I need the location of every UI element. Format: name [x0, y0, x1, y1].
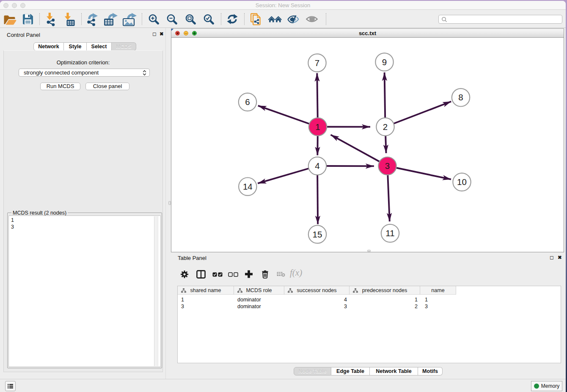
- svg-text:7: 7: [315, 58, 319, 68]
- svg-text:4: 4: [315, 161, 319, 171]
- svg-text:15: 15: [313, 229, 322, 239]
- svg-text:11: 11: [385, 228, 394, 238]
- svg-text:9: 9: [382, 57, 387, 67]
- svg-text:10: 10: [457, 177, 467, 187]
- svg-text:1: 1: [315, 122, 320, 132]
- svg-text:2: 2: [383, 122, 388, 132]
- svg-text:14: 14: [243, 182, 253, 191]
- svg-text:8: 8: [458, 92, 463, 102]
- svg-text:6: 6: [245, 97, 250, 107]
- svg-text:3: 3: [385, 161, 390, 171]
